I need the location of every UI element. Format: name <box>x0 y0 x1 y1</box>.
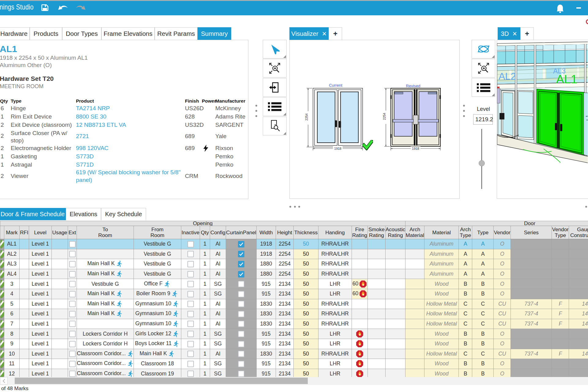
svg-text:Revised: Revised <box>406 84 420 88</box>
svg-text:AL2: AL2 <box>499 71 516 82</box>
svg-text:2254: 2254 <box>305 113 308 121</box>
svg-text:Current: Current <box>329 83 342 88</box>
svg-text:AL1: AL1 <box>556 73 577 86</box>
svg-text:1918: 1918 <box>412 147 419 150</box>
svg-text:1918: 1918 <box>334 147 341 150</box>
svg-text:2254: 2254 <box>383 113 386 120</box>
